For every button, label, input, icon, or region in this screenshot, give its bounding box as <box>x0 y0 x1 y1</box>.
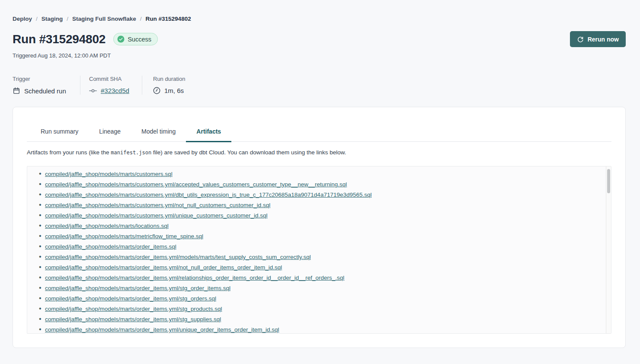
list-item: compiled/jaffle_shop/models/marts/locati… <box>45 220 602 231</box>
meta-divider <box>80 76 80 95</box>
meta-duration: Run duration 1m, 6s <box>153 76 185 95</box>
list-item: compiled/jaffle_shop/models/marts/order_… <box>45 293 602 303</box>
check-circle-icon <box>117 35 125 43</box>
meta-divider <box>142 76 142 95</box>
breadcrumb-separator: / <box>67 16 68 22</box>
list-item: compiled/jaffle_shop/models/marts/order_… <box>45 283 602 293</box>
breadcrumb-current-run: Run #315294802 <box>146 16 191 22</box>
artifact-link[interactable]: compiled/jaffle_shop/models/marts/order_… <box>45 264 282 271</box>
run-meta-row: Trigger Scheduled run Commit SHA <box>13 76 626 95</box>
list-item: compiled/jaffle_shop/models/marts/custom… <box>45 189 602 200</box>
tab-bar: Run summary Lineage Model timing Artifac… <box>27 128 611 142</box>
status-badge: Success <box>113 33 158 45</box>
list-item: compiled/jaffle_shop/models/marts/order_… <box>45 272 602 283</box>
list-item: compiled/jaffle_shop/models/marts/custom… <box>45 169 602 179</box>
breadcrumb-staging[interactable]: Staging <box>42 16 63 22</box>
breadcrumb-job[interactable]: Staging Full Snowflake <box>72 16 136 22</box>
rerun-now-label: Rerun now <box>588 36 619 43</box>
list-item: compiled/jaffle_shop/models/marts/order_… <box>45 252 602 262</box>
meta-duration-label: Run duration <box>153 76 185 82</box>
artifact-link[interactable]: compiled/jaffle_shop/models/marts/order_… <box>45 243 176 250</box>
clock-icon <box>153 87 160 94</box>
artifact-link[interactable]: compiled/jaffle_shop/models/marts/order_… <box>45 295 216 302</box>
rerun-now-button[interactable]: Rerun now <box>570 31 626 47</box>
tab-artifacts[interactable]: Artifacts <box>186 128 231 142</box>
artifact-link[interactable]: compiled/jaffle_shop/models/marts/custom… <box>45 171 173 177</box>
git-commit-icon <box>89 88 97 93</box>
breadcrumb-separator: / <box>36 16 38 22</box>
artifact-link[interactable]: compiled/jaffle_shop/models/marts/order_… <box>45 306 222 312</box>
commit-sha-link[interactable]: #323cd5d <box>101 87 129 94</box>
page-title: Run #315294802 <box>13 32 106 46</box>
scrollbar-thumb[interactable] <box>607 169 610 193</box>
list-item: compiled/jaffle_shop/models/marts/order_… <box>45 314 602 324</box>
artifact-link[interactable]: compiled/jaffle_shop/models/marts/custom… <box>45 212 267 219</box>
run-detail-page: Deploy / Staging / Staging Full Snowflak… <box>0 0 640 348</box>
status-badge-label: Success <box>128 36 151 43</box>
list-item: compiled/jaffle_shop/models/marts/order_… <box>45 262 602 272</box>
meta-trigger-label: Trigger <box>13 76 80 82</box>
tab-lineage[interactable]: Lineage <box>89 128 131 142</box>
list-item: compiled/jaffle_shop/models/marts/custom… <box>45 179 602 189</box>
list-item: compiled/jaffle_shop/models/marts/custom… <box>45 200 602 210</box>
list-item: compiled/jaffle_shop/models/marts/order_… <box>45 241 602 252</box>
breadcrumb: Deploy / Staging / Staging Full Snowflak… <box>13 16 626 22</box>
manifest-json-code: manifest.json <box>111 150 151 156</box>
meta-trigger: Trigger Scheduled run <box>13 76 80 95</box>
page-header: Run #315294802 Success Rerun now <box>13 31 626 47</box>
artifact-link[interactable]: compiled/jaffle_shop/models/marts/custom… <box>45 181 347 188</box>
artifact-link[interactable]: compiled/jaffle_shop/models/marts/order_… <box>45 275 344 281</box>
list-item: compiled/jaffle_shop/models/marts/custom… <box>45 210 602 220</box>
artifact-link[interactable]: compiled/jaffle_shop/models/marts/order_… <box>45 285 230 291</box>
breadcrumb-separator: / <box>140 16 142 22</box>
tab-model-timing[interactable]: Model timing <box>131 128 186 142</box>
artifact-list: compiled/jaffle_shop/models/marts/custom… <box>27 166 611 334</box>
meta-duration-value: 1m, 6s <box>164 87 184 94</box>
refresh-icon <box>577 36 584 43</box>
artifact-link[interactable]: compiled/jaffle_shop/models/marts/custom… <box>45 192 372 198</box>
list-item: compiled/jaffle_shop/models/marts/metric… <box>45 231 602 241</box>
list-item: compiled/jaffle_shop/models/marts/order_… <box>45 303 602 314</box>
meta-commit: Commit SHA #323cd5d <box>89 76 142 95</box>
run-details-card: Run summary Lineage Model timing Artifac… <box>13 107 626 348</box>
list-item: compiled/jaffle_shop/models/marts/order_… <box>45 324 602 334</box>
calendar-icon <box>13 87 20 95</box>
artifact-link[interactable]: compiled/jaffle_shop/models/marts/order_… <box>45 254 311 260</box>
scrollbar-track[interactable] <box>606 166 611 333</box>
artifact-link[interactable]: compiled/jaffle_shop/models/marts/locati… <box>45 223 169 229</box>
description-suffix: file) are saved by dbt Cloud. You can do… <box>151 149 346 156</box>
artifact-link[interactable]: compiled/jaffle_shop/models/marts/order_… <box>45 316 221 322</box>
artifact-link-list: compiled/jaffle_shop/models/marts/custom… <box>27 166 611 334</box>
artifact-link[interactable]: compiled/jaffle_shop/models/marts/metric… <box>45 233 203 239</box>
meta-trigger-value: Scheduled run <box>24 87 66 95</box>
artifact-link[interactable]: compiled/jaffle_shop/models/marts/custom… <box>45 202 270 208</box>
meta-commit-label: Commit SHA <box>89 76 142 82</box>
triggered-timestamp: Triggered Aug 18, 2024, 12:00 AM PDT <box>13 52 626 59</box>
description-prefix: Artifacts from your runs (like the <box>27 149 111 156</box>
tab-run-summary[interactable]: Run summary <box>30 128 89 142</box>
artifact-link[interactable]: compiled/jaffle_shop/models/marts/order_… <box>45 326 279 333</box>
breadcrumb-deploy[interactable]: Deploy <box>13 16 32 22</box>
artifacts-description: Artifacts from your runs (like the manif… <box>27 149 611 156</box>
